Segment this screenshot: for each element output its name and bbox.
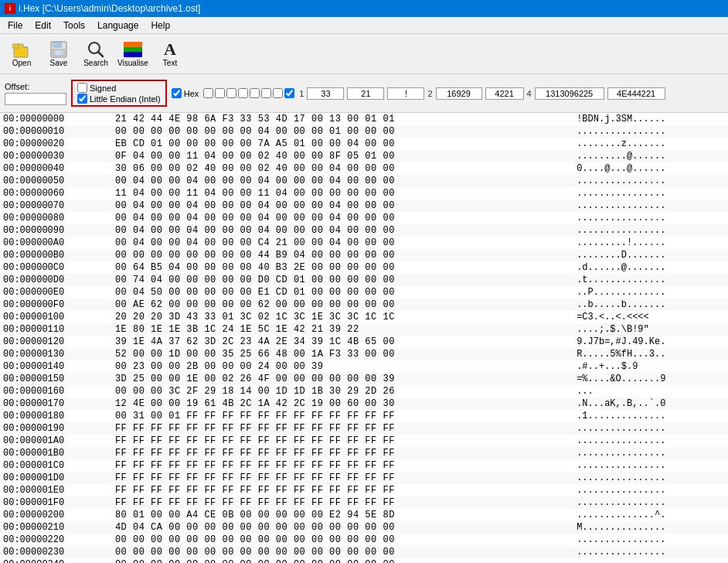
table-row[interactable]: 00:00000190 FF FF FF FF FF FF FF FF FF F…	[0, 422, 728, 435]
ascii-cell: 9.J7b=,#J.49.Ke.	[575, 336, 728, 348]
table-row[interactable]: 00:00000130 52 00 00 1D 00 00 35 25 66 4…	[0, 348, 728, 360]
table-row[interactable]: 00:00000230 00 00 00 00 00 00 00 00 00 0…	[0, 546, 728, 558]
table-row[interactable]: 00:00000220 00 00 00 00 00 00 00 00 00 0…	[0, 534, 728, 546]
table-row[interactable]: 00:000000E0 00 04 50 00 00 00 00 00 E1 C…	[0, 286, 728, 299]
table-row[interactable]: 00:00000070 00 04 00 00 04 00 00 00 04 0…	[0, 200, 728, 212]
num4a-field[interactable]	[535, 87, 604, 100]
table-row[interactable]: 00:000000F0 00 AE 62 00 00 00 00 00 62 0…	[0, 299, 728, 311]
title-bar: i i.Hex [C:\Users\admin\Desktop\archive1…	[0, 0, 728, 17]
signed-row: Signed	[77, 83, 161, 93]
table-row[interactable]: 00:000000D0 00 74 04 00 00 00 00 00 D0 C…	[0, 274, 728, 286]
table-row[interactable]: 00:000001F0 FF FF FF FF FF FF FF FF FF F…	[0, 496, 728, 509]
ascii-cell: =%....&O.......9	[575, 373, 728, 385]
table-row[interactable]: 00:00000150 3D 25 00 00 1E 00 02 26 4F 0…	[0, 373, 728, 385]
hc5[interactable]	[250, 88, 260, 98]
table-row[interactable]: 00:000000B0 00 00 00 00 00 00 00 00 44 B…	[0, 249, 728, 261]
table-row[interactable]: 00:00000240 00 00 00 00 00 00 00 00 00 0…	[0, 558, 728, 563]
table-row[interactable]: 00:00000030 0F 04 00 00 11 04 00 00 02 4…	[0, 150, 728, 162]
hc4[interactable]	[238, 88, 248, 98]
hc3[interactable]	[226, 88, 236, 98]
signed-checkbox[interactable]	[77, 83, 87, 93]
search-button[interactable]: Search	[79, 37, 113, 71]
table-row[interactable]: 00:000001E0 FF FF FF FF FF FF FF FF FF F…	[0, 484, 728, 496]
table-row[interactable]: 00:000001C0 FF FF FF FF FF FF FF FF FF F…	[0, 459, 728, 472]
hex-main[interactable]: 00:00000000 21 42 44 4E 98 6A F3 33 53 4…	[0, 113, 728, 563]
num2a-field[interactable]	[436, 87, 482, 100]
table-row[interactable]: 00:00000120 39 1E 4A 37 62 3D 2C 23 4A 2…	[0, 336, 728, 348]
ascii-cell: !BDN.j.3SM......	[575, 113, 728, 125]
hex-cell: 00 04 00 00 04 00 00 00 04 00 00 00 04 0…	[114, 212, 575, 224]
table-row[interactable]: 00:00000020 EB CD 01 00 00 00 00 00 7A A…	[0, 138, 728, 150]
table-row[interactable]: 00:00000100 20 20 20 3D 43 33 01 3C 02 1…	[0, 311, 728, 323]
table-row[interactable]: 00:000001A0 FF FF FF FF FF FF FF FF FF F…	[0, 435, 728, 447]
table-row[interactable]: 00:00000090 00 04 00 00 04 00 00 00 04 0…	[0, 224, 728, 237]
hex-cell: 00 23 00 00 2B 00 00 00 24 00 00 39	[114, 360, 575, 373]
svg-rect-0	[14, 47, 28, 57]
ascii-cell: ................	[575, 212, 728, 224]
app-icon: i	[5, 3, 15, 14]
table-row[interactable]: 00:00000180 00 31 00 01 FF FF FF FF FF F…	[0, 410, 728, 422]
open-button[interactable]: Open	[5, 37, 39, 71]
menu-language[interactable]: Language	[91, 19, 145, 32]
ascii-cell: ..b.....b.......	[575, 299, 728, 311]
hc8[interactable]	[284, 88, 294, 98]
hc6[interactable]	[261, 88, 271, 98]
table-row[interactable]: 00:000000C0 00 64 B5 04 00 00 00 00 40 B…	[0, 261, 728, 274]
toolbar: Open Save Search	[0, 34, 728, 74]
offset-label: Offset:	[5, 82, 66, 91]
hex-cell: FF FF FF FF FF FF FF FF FF FF FF FF FF F…	[114, 447, 575, 459]
hc2[interactable]	[215, 88, 225, 98]
svg-rect-10	[124, 52, 142, 57]
menu-edit[interactable]: Edit	[29, 19, 57, 32]
table-row[interactable]: 00:00000210 4D 04 CA 00 00 00 00 00 00 0…	[0, 521, 728, 534]
ascii-cell: ................	[575, 224, 728, 237]
table-row[interactable]: 00:00000060 11 04 00 00 11 04 00 00 11 0…	[0, 187, 728, 200]
endian-checkbox[interactable]	[77, 94, 87, 104]
table-row[interactable]: 00:00000140 00 23 00 00 2B 00 00 00 24 0…	[0, 360, 728, 373]
table-row[interactable]: 00:00000200 80 01 00 00 A4 CE 0B 00 00 0…	[0, 509, 728, 521]
hc1[interactable]	[203, 88, 213, 98]
table-row[interactable]: 00:00000040 30 06 00 00 02 40 00 00 02 4…	[0, 162, 728, 175]
num1b-field[interactable]	[347, 87, 384, 100]
hc7[interactable]	[273, 88, 283, 98]
table-row[interactable]: 00:00000160 00 00 00 3C 2F 29 18 14 00 1…	[0, 385, 728, 398]
table-row[interactable]: 00:00000170 12 4E 00 00 19 61 4B 2C 1A 4…	[0, 398, 728, 410]
search-icon	[87, 40, 105, 59]
menu-help[interactable]: Help	[145, 19, 176, 32]
num1c-field[interactable]	[387, 87, 424, 100]
hex-checkbox[interactable]	[172, 88, 182, 98]
table-row[interactable]: 00:000001B0 FF FF FF FF FF FF FF FF FF F…	[0, 447, 728, 459]
table-row[interactable]: 00:00000050 00 04 00 00 04 00 00 00 04 0…	[0, 175, 728, 187]
hex-cell: 00 00 00 00 00 00 00 00 00 00 00 00 00 0…	[114, 534, 575, 546]
table-row[interactable]: 00:00000110 1E 80 1E 1E 3B 1C 24 1E 5C 1…	[0, 323, 728, 336]
num1-label: 1	[299, 89, 304, 98]
svg-rect-9	[124, 47, 142, 52]
table-row[interactable]: 00:00000080 00 04 00 00 04 00 00 00 04 0…	[0, 212, 728, 224]
hex-cell: 00 64 B5 04 00 00 00 00 40 B3 2E 00 00 0…	[114, 261, 575, 274]
addr-cell: 00:00000150	[0, 373, 114, 385]
table-row[interactable]: 00:000001D0 FF FF FF FF FF FF FF FF FF F…	[0, 472, 728, 484]
num4b-field[interactable]	[607, 87, 665, 100]
menu-tools[interactable]: Tools	[57, 19, 91, 32]
addr-cell: 00:00000050	[0, 175, 114, 187]
hex-cell: 00 00 00 00 00 00 00 00 00 00 00 00 00 0…	[114, 546, 575, 558]
num1a-field[interactable]	[307, 87, 344, 100]
hex-cell: EB CD 01 00 00 00 00 00 7A A5 01 00 00 0…	[114, 138, 575, 150]
menu-file[interactable]: File	[2, 19, 29, 32]
hex-cell: FF FF FF FF FF FF FF FF FF FF FF FF FF F…	[114, 422, 575, 435]
addr-cell: 00:000000B0	[0, 249, 114, 261]
hex-cell: 52 00 00 1D 00 00 35 25 66 48 00 1A F3 3…	[114, 348, 575, 360]
ascii-cell: ........z.......	[575, 138, 728, 150]
save-button[interactable]: Save	[42, 37, 76, 71]
table-row[interactable]: 00:00000010 00 00 00 00 00 00 00 00 04 0…	[0, 125, 728, 138]
open-label: Open	[12, 59, 31, 67]
text-button[interactable]: A Text	[153, 37, 187, 71]
table-row[interactable]: 00:000000A0 00 04 00 00 04 00 00 00 C4 2…	[0, 237, 728, 249]
table-row[interactable]: 00:00000000 21 42 44 4E 98 6A F3 33 53 4…	[0, 113, 728, 125]
hex-cell: FF FF FF FF FF FF FF FF FF FF FF FF FF F…	[114, 459, 575, 472]
ascii-cell: ................	[575, 187, 728, 200]
visualise-button[interactable]: Visualise	[116, 37, 150, 71]
offset-input[interactable]	[5, 93, 66, 105]
num2b-field[interactable]	[485, 87, 524, 100]
open-icon	[12, 40, 31, 59]
